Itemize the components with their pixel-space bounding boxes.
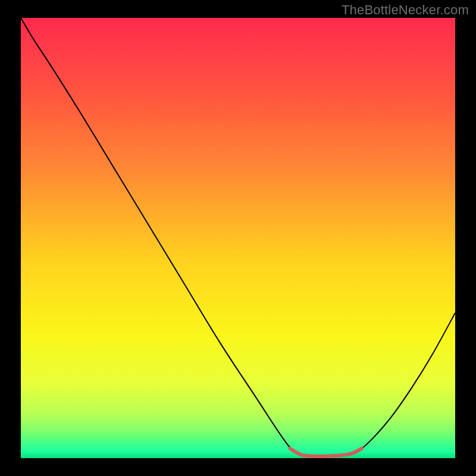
- bottleneck-chart: [0, 0, 476, 476]
- chart-container: [0, 0, 476, 476]
- plot-background: [21, 18, 455, 458]
- watermark-label: TheBottleNecker.com: [342, 2, 469, 18]
